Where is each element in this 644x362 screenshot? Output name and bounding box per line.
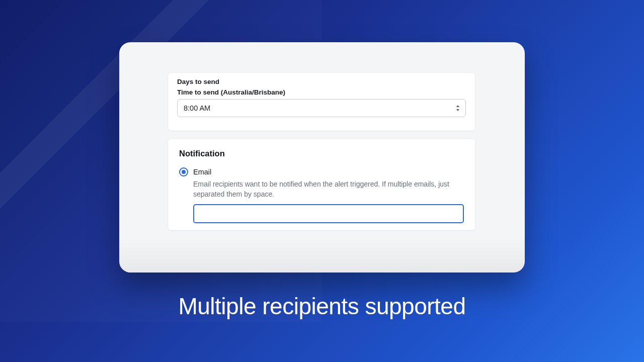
time-to-send-select[interactable]: 8:00 AM bbox=[177, 99, 466, 117]
notification-title: Notification bbox=[179, 149, 464, 158]
settings-card: Days to send Time to send (Australia/Bri… bbox=[119, 42, 525, 273]
days-to-send-label: Days to send bbox=[177, 78, 466, 85]
notification-option-email-row: Email bbox=[179, 167, 464, 176]
time-to-send-value: 8:00 AM bbox=[184, 104, 210, 112]
schedule-panel: Days to send Time to send (Australia/Bri… bbox=[168, 73, 475, 131]
promo-background: Days to send Time to send (Australia/Bri… bbox=[0, 0, 644, 362]
email-radio[interactable] bbox=[179, 167, 188, 176]
email-radio-label: Email bbox=[193, 168, 211, 176]
card-bottom-fade bbox=[119, 237, 525, 273]
email-recipients-input[interactable] bbox=[193, 204, 464, 223]
time-to-send-label: Time to send (Australia/Brisbane) bbox=[177, 88, 466, 96]
email-help-text: Email recipients want to be notified whe… bbox=[193, 179, 464, 199]
notification-panel: Notification Email Email recipients want… bbox=[168, 139, 475, 230]
select-caret-icon bbox=[455, 105, 460, 112]
promo-headline: Multiple recipients supported bbox=[0, 293, 644, 320]
